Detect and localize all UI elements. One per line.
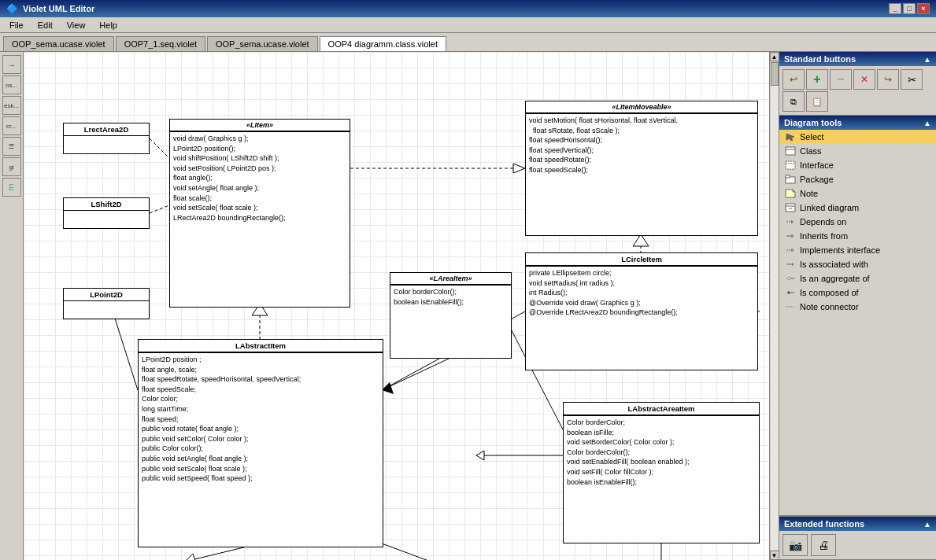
titlebar: 🔷 Violet UML Editor _ □ × <box>0 0 936 17</box>
uml-box-lcircleitem[interactable]: LCircleItem private LEllipseItem circle;… <box>525 252 758 370</box>
svg-marker-20 <box>786 134 794 141</box>
svg-marker-34 <box>792 234 794 238</box>
depends-on-icon <box>784 217 797 227</box>
canvas-scrollbar[interactable]: ▲ ▼ <box>769 52 779 560</box>
uml-box-lrectarea2d[interactable]: LrectArea2D <box>63 123 150 154</box>
tool-note-connector[interactable]: Note connector <box>779 300 936 314</box>
tool-note[interactable]: Note <box>779 186 936 201</box>
package-icon <box>784 175 797 184</box>
uml-box-lpoint2d[interactable]: LPoint2D <box>63 288 150 319</box>
svg-rect-21 <box>786 147 795 155</box>
uml-title-labstractitem: LAbstractItem <box>139 340 383 352</box>
redo-button[interactable]: ↪ <box>877 69 899 90</box>
class-icon <box>784 146 797 156</box>
svg-marker-8 <box>382 382 394 394</box>
diagram-tools-list: Select Class Interface <box>779 130 936 314</box>
tool-linked-diagram[interactable]: Linked diagram <box>779 201 936 215</box>
uml-title-lrectarea2d: LrectArea2D <box>64 123 149 136</box>
uml-box-litemmoveable[interactable]: «LItemMoveable» void setMotion( float sH… <box>525 101 758 236</box>
tool-associated-with-label: Is associated with <box>800 260 868 269</box>
toolbar-buttons-container: ↩ + − ✕ ↪ ✂ ⧉ 📋 <box>779 66 936 115</box>
sidebar-icon-0[interactable]: → <box>2 55 21 74</box>
svg-marker-18 <box>476 451 484 460</box>
tool-implements-interface[interactable]: Implements interface <box>779 243 936 257</box>
minimize-button[interactable]: _ <box>889 3 901 14</box>
sidebar-icon-5[interactable]: gi <box>2 157 21 176</box>
diagram-canvas[interactable]: LrectArea2D LShift2D LPoint2D «LItem» vo… <box>24 52 779 560</box>
sidebar-icon-4[interactable]: ☰ <box>2 137 21 156</box>
menu-help[interactable]: Help <box>93 19 124 31</box>
diagram-tools-header: Diagram tools ▲ <box>779 116 936 130</box>
uml-title-lpoint2d: LPoint2D <box>64 289 149 301</box>
menu-view[interactable]: View <box>61 19 92 31</box>
main-area: → os... esk... cr... ☰ gi E <box>0 52 936 560</box>
scroll-up-arrow[interactable]: ▲ <box>770 52 779 61</box>
standard-buttons-header: Standard buttons ▲ <box>779 52 936 66</box>
remove-button[interactable]: − <box>830 69 852 90</box>
tab-3[interactable]: OOP4 diagramm.class.violet <box>320 36 446 51</box>
tab-0[interactable]: OOP_sema.ucase.violet <box>3 36 114 51</box>
svg-marker-40 <box>787 277 790 280</box>
scroll-down-arrow[interactable]: ▼ <box>770 551 779 560</box>
tool-select-label: Select <box>800 132 824 142</box>
svg-line-0 <box>150 138 169 158</box>
collapse-standard-btn[interactable]: ▲ <box>923 55 931 64</box>
diagram-tools-section: Diagram tools ▲ Select Class <box>779 116 936 516</box>
tool-associated-with[interactable]: Is associated with <box>779 257 936 271</box>
svg-marker-6 <box>633 234 649 246</box>
menu-file[interactable]: File <box>3 19 30 31</box>
scroll-thumb[interactable] <box>771 62 779 86</box>
app-icon: 🔷 <box>6 3 18 14</box>
tool-class-label: Class <box>800 146 822 156</box>
tool-depends-on[interactable]: Depends on <box>779 215 936 229</box>
uml-box-labstractitem[interactable]: LAbstractItem LPoint2D position ; float … <box>138 339 383 547</box>
uml-box-lshift2d[interactable]: LShift2D <box>63 197 150 229</box>
close-button[interactable]: × <box>917 3 930 14</box>
tool-inherits-from[interactable]: Inherits from <box>779 229 936 243</box>
tool-composed-of[interactable]: Is composed of <box>779 286 936 300</box>
note-icon <box>784 189 797 198</box>
uml-title-lshift2d: LShift2D <box>64 198 149 211</box>
scroll-track[interactable] <box>771 62 779 550</box>
tabbar: OOP_sema.ucase.violet OOP7_1.seq.violet … <box>0 33 936 52</box>
associated-with-icon <box>784 260 797 269</box>
uml-body-litem: void draw( Graphics g ); LPoint2D positi… <box>170 131 350 224</box>
collapse-tools-btn[interactable]: ▲ <box>923 119 931 127</box>
tab-1[interactable]: OOP7_1.seq.violet <box>116 36 205 51</box>
tool-select[interactable]: Select <box>779 130 936 144</box>
uml-box-labstractareaitem[interactable]: LAbstractAreaItem Color borderColor; boo… <box>563 402 760 543</box>
tool-inherits-from-label: Inherits from <box>800 231 848 241</box>
paste-button[interactable]: 📋 <box>806 91 828 112</box>
sidebar-icon-6[interactable]: E <box>2 178 21 197</box>
tool-interface[interactable]: Interface <box>779 158 936 172</box>
sidebar-icon-2[interactable]: esk... <box>2 96 21 115</box>
add-button[interactable]: + <box>806 69 828 90</box>
tool-package[interactable]: Package <box>779 172 936 186</box>
svg-rect-28 <box>786 204 795 212</box>
tool-class[interactable]: Class <box>779 144 936 158</box>
tool-aggregate-of[interactable]: Is an aggregate of <box>779 271 936 286</box>
sidebar-icon-3[interactable]: cr... <box>2 116 21 135</box>
tab-2[interactable]: OOP_sema.ucase.violet <box>207 36 318 51</box>
uml-title-lcircleitem: LCircleItem <box>526 253 757 266</box>
collapse-ext-btn[interactable]: ▲ <box>923 520 931 529</box>
print-button[interactable]: 🖨 <box>811 534 836 556</box>
sidebar-icon-1[interactable]: os... <box>2 76 21 94</box>
svg-rect-26 <box>786 175 790 178</box>
tool-composed-of-label: Is composed of <box>800 288 859 297</box>
uml-box-litem[interactable]: «LItem» void draw( Graphics g ); LPoint2… <box>169 119 350 308</box>
uml-box-lareaitem[interactable]: «LAreaItem» Color borderColor(); boolean… <box>390 272 512 359</box>
cut-button[interactable]: ✂ <box>901 69 923 90</box>
delete-button[interactable]: ✕ <box>853 69 875 90</box>
extended-functions-label: Extended functions <box>784 519 864 529</box>
camera-button[interactable]: 📷 <box>782 534 808 556</box>
tool-interface-label: Interface <box>800 160 834 170</box>
right-panel: Standard buttons ▲ ↩ + − ✕ ↪ ✂ ⧉ 📋 Diagr… <box>779 52 936 560</box>
tool-depends-on-label: Depends on <box>800 217 846 227</box>
maximize-button[interactable]: □ <box>903 3 916 14</box>
copy-button[interactable]: ⧉ <box>782 91 805 112</box>
uml-title-litemmoveable: «LItemMoveable» <box>526 101 757 113</box>
uml-body-labstractareaitem: Color borderColor; boolean isFille; void… <box>564 415 759 488</box>
undo-button[interactable]: ↩ <box>782 69 805 90</box>
menu-edit[interactable]: Edit <box>31 19 59 31</box>
